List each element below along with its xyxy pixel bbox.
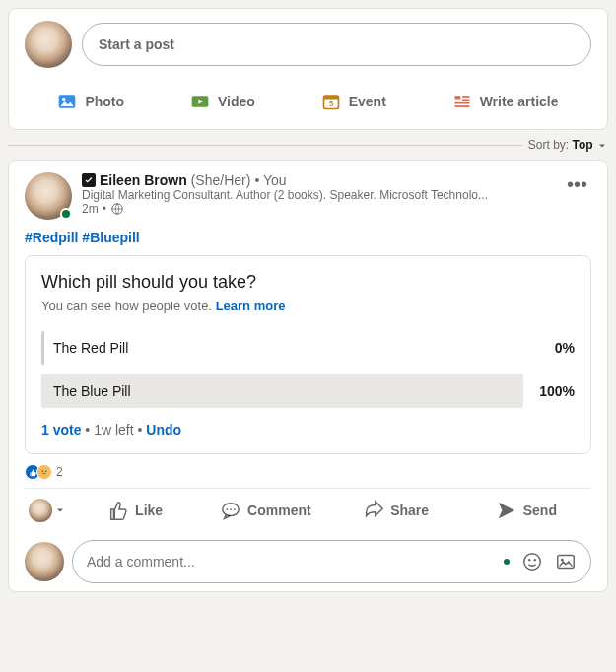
react-as-dropdown[interactable]	[25, 489, 70, 532]
comment-icon	[220, 500, 241, 521]
poll-votes[interactable]: 1 vote	[41, 422, 81, 437]
svg-point-14	[45, 470, 47, 472]
poll-undo[interactable]: Undo	[146, 422, 181, 437]
svg-rect-6	[454, 96, 460, 99]
video-action[interactable]: Video	[182, 82, 263, 121]
event-icon: 5	[321, 92, 341, 111]
sort-value: Top	[573, 138, 593, 152]
poll-note: You can see how people vote. Learn more	[41, 299, 575, 313]
event-action[interactable]: 5 Event	[313, 82, 394, 121]
svg-point-13	[42, 470, 44, 472]
reactions-bar[interactable]: 2	[25, 464, 591, 480]
poll-option[interactable]: The Red Pill 0%	[41, 331, 575, 365]
avatar[interactable]	[25, 542, 64, 581]
article-icon	[452, 92, 472, 111]
svg-point-16	[227, 508, 229, 510]
send-icon	[496, 500, 517, 521]
comment-input[interactable]	[87, 554, 496, 570]
svg-point-1	[62, 98, 65, 101]
sort-dropdown[interactable]: Sort by: Top	[528, 138, 608, 152]
article-action[interactable]: Write article	[445, 82, 567, 121]
presence-dot-icon	[504, 559, 510, 565]
author-line: Eileen Brown (She/Her) • You	[82, 172, 591, 188]
chevron-down-icon	[596, 140, 608, 152]
send-button[interactable]: Send	[461, 489, 591, 532]
poll-bar: The Red Pill	[41, 331, 523, 365]
comment-label: Comment	[247, 503, 311, 518]
poll-option-label: The Red Pill	[41, 340, 128, 356]
poll-option-pct: 100%	[535, 383, 575, 399]
emoji-icon[interactable]	[521, 551, 543, 572]
author-time: 2m •	[82, 202, 591, 216]
post-hashtags: #Redpill #Bluepill	[25, 230, 591, 245]
share-icon	[363, 500, 384, 521]
avatar	[29, 499, 52, 522]
comment-row	[25, 540, 591, 583]
comment-input-wrap[interactable]	[72, 540, 591, 583]
social-actions: Like Comment Share Send	[25, 488, 591, 532]
author-block: Eileen Brown (She/Her) • You Digital Mar…	[82, 172, 591, 220]
video-icon	[190, 92, 210, 111]
author-pronoun: (She/Her)	[191, 172, 251, 188]
poll-options: The Red Pill 0% The Blue Pill 100%	[41, 331, 575, 408]
composer-actions: Photo Video 5 Event Write article	[25, 78, 591, 125]
poll-note-text: You can see how people vote.	[41, 299, 212, 313]
author-avatar-wrap[interactable]	[25, 172, 72, 220]
curious-reaction-icon	[36, 464, 52, 480]
dot-separator: •	[103, 202, 106, 216]
svg-rect-10	[454, 105, 469, 107]
reaction-icons	[25, 464, 52, 480]
start-post-button[interactable]: Start a post	[82, 23, 591, 66]
svg-point-18	[234, 508, 236, 510]
svg-point-12	[40, 468, 48, 476]
dot-separator: •	[85, 422, 94, 437]
sort-row: Sort by: Top	[8, 138, 608, 152]
poll-option-pct: 0%	[535, 340, 575, 356]
hashtag-link[interactable]: #Bluepill	[82, 230, 139, 245]
poll-card: Which pill should you take? You can see …	[25, 255, 591, 454]
image-icon[interactable]	[555, 551, 577, 572]
globe-icon	[110, 202, 124, 216]
svg-point-17	[230, 508, 232, 510]
poll-footer: 1 vote • 1w left • Undo	[41, 422, 575, 437]
svg-rect-7	[462, 96, 470, 98]
comment-input-icons	[504, 551, 577, 572]
event-label: Event	[349, 94, 386, 109]
hashtag-link[interactable]: #Redpill	[25, 230, 78, 245]
photo-action[interactable]: Photo	[49, 82, 132, 121]
divider	[8, 145, 522, 146]
poll-option[interactable]: The Blue Pill 100%	[41, 374, 575, 408]
video-label: Video	[218, 94, 255, 109]
svg-text:5: 5	[329, 100, 333, 108]
photo-icon	[57, 92, 77, 111]
poll-bar: The Blue Pill	[41, 374, 523, 408]
like-button[interactable]: Like	[70, 489, 200, 532]
dot-separator: •	[138, 422, 147, 437]
poll-question: Which pill should you take?	[41, 272, 575, 293]
avatar[interactable]	[25, 21, 72, 68]
reaction-count: 2	[56, 465, 63, 479]
like-icon	[107, 500, 129, 521]
composer-card: Start a post Photo Video 5 Event Write a…	[8, 8, 608, 130]
author-name[interactable]: Eileen Brown	[100, 172, 187, 188]
share-button[interactable]: Share	[331, 489, 461, 532]
post-header: Eileen Brown (She/Her) • You Digital Mar…	[25, 172, 591, 220]
svg-point-21	[534, 559, 536, 561]
more-button[interactable]: •••	[563, 172, 591, 196]
comment-button[interactable]: Comment	[200, 489, 330, 532]
author-relation: • You	[254, 172, 286, 188]
svg-point-20	[528, 559, 530, 561]
send-label: Send	[523, 503, 557, 518]
feed-post: Eileen Brown (She/Her) • You Digital Mar…	[8, 160, 608, 592]
post-time: 2m	[82, 202, 99, 216]
poll-option-label: The Blue Pill	[41, 383, 131, 399]
poll-learn-more-link[interactable]: Learn more	[216, 299, 286, 313]
composer-top: Start a post	[25, 21, 591, 68]
svg-rect-4	[323, 96, 338, 99]
share-label: Share	[390, 503, 429, 518]
svg-rect-8	[462, 100, 470, 101]
article-label: Write article	[480, 94, 559, 109]
svg-point-19	[524, 554, 541, 571]
presence-indicator	[60, 208, 72, 220]
poll-time-left: 1w left	[94, 422, 133, 437]
